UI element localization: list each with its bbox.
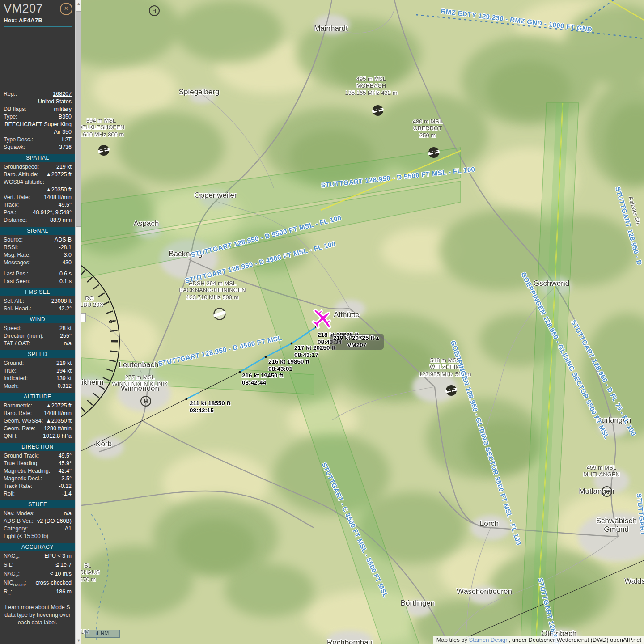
detail-label: Magnetic Heading:: [4, 468, 50, 474]
detail-label: Baro. Rate:: [4, 410, 32, 416]
detail-label: Vert. Rate:: [4, 194, 30, 200]
detail-value: 1012.8 hPa: [17, 433, 72, 439]
sidebar-scrollbar[interactable]: ▲ ▼: [75, 0, 82, 644]
detail-label: Mach:: [4, 383, 19, 389]
section-header: STUFF: [0, 500, 75, 508]
scroll-up-arrow-icon[interactable]: ▲: [76, 0, 82, 7]
detail-label: Nav. Modes:: [4, 510, 34, 517]
detail-row: Speed:28 kt: [0, 325, 75, 333]
navaid-label: 495 m MSLMORBACH135.165 MHz 432 m: [345, 76, 397, 96]
detail-row: Category:A1: [0, 525, 75, 533]
detail-row: Last Pos.:0.6 s: [0, 271, 75, 278]
town-label: Oppenweiler: [194, 191, 237, 199]
detail-row: ADS-B Ver.:v2 (DO-260B): [0, 518, 75, 525]
detail-row: Squawk:3736: [0, 144, 75, 152]
detail-row: Air 350: [0, 129, 75, 136]
detail-row: NICBARO:cross-checked: [0, 580, 75, 589]
detail-value: EPU < 3 m: [20, 553, 72, 559]
detail-row: WGS84 altitude:: [0, 179, 75, 186]
town-label: Aspach: [134, 219, 159, 228]
detail-label: TAT / OAT:: [4, 340, 30, 347]
detail-row: True:194 kt: [0, 368, 75, 375]
detail-row: Light (< 15 500 lb): [0, 533, 75, 541]
detail-value: 49.5°: [39, 453, 72, 459]
detail-value: -1.4: [15, 491, 72, 497]
detail-value: 88.9 nmi: [27, 217, 72, 223]
detail-value: 186 m: [12, 589, 72, 595]
detail-row: Track Rate:-0.12: [0, 483, 75, 491]
navaid-label: RGz LBU 29X: [81, 295, 103, 309]
detail-row: Msg. Rate:3.0: [0, 252, 75, 259]
airspace-label: STUTTGART: [636, 493, 644, 536]
aircraft-info-label[interactable]: 219 kt 20725 ft▲ VM207: [330, 334, 384, 350]
town-label: Korb: [96, 440, 112, 448]
detail-row: SIL:≤ 1e-7: [0, 562, 75, 571]
detail-label: True:: [4, 368, 17, 374]
detail-value: 194 kt: [17, 368, 72, 374]
scroll-down-arrow-icon[interactable]: ▼: [76, 637, 82, 644]
detail-row: DB flags:military: [0, 106, 75, 114]
sidebar-header: VM207 × Hex: AF4A7B: [0, 0, 75, 27]
scale-label: 1 NM: [96, 630, 109, 636]
attribution-link[interactable]: Stamen Design: [469, 636, 509, 643]
detail-row: United States: [0, 98, 75, 106]
town-label: waikheim: [81, 378, 103, 386]
adsb-tracker-app: VM207 × Hex: AF4A7B Reg.:168207United St…: [0, 0, 644, 644]
detail-row: Reg.:168207: [0, 91, 75, 98]
detail-value: 139 kt: [28, 375, 72, 381]
detail-value: -0.12: [32, 483, 72, 489]
map-attribution: Map tiles by Stamen Design, under Deutsc…: [433, 636, 644, 644]
town-label: SchwäbischGmünd: [596, 517, 637, 534]
detail-row: Barometric:▲20725 ft: [0, 402, 75, 410]
detail-value: Air 350: [4, 129, 72, 135]
detail-value: 255°: [44, 333, 72, 339]
detail-label: Roll:: [4, 491, 15, 497]
detail-value: 3736: [25, 144, 72, 150]
detail-label: Distance:: [4, 217, 27, 223]
detail-value: 45.9°: [39, 460, 72, 466]
detail-row: Groundspeed:219 kt: [0, 164, 75, 171]
town-label: Wäschenbeuren: [457, 587, 512, 596]
airspace-label: STUTTGART - C 3500 FT MSL - 5500 FT MSL: [320, 461, 390, 598]
section-header: WIND: [0, 315, 75, 323]
detail-value: ▲20725 ft: [32, 402, 72, 409]
detail-value: 48.912°, 9.548°: [17, 209, 72, 216]
hex-value: AF4A7B: [19, 17, 43, 24]
detail-value: B350: [17, 114, 72, 120]
detail-value: 0.6 s: [29, 271, 72, 277]
map-canvas[interactable]: 6 MainhardtSpiegelbergOppenweilerAspachB…: [81, 0, 644, 644]
detail-value: 28 kt: [21, 325, 72, 331]
town-label: Rechberghau: [327, 638, 373, 644]
svg-text:H: H: [605, 488, 609, 495]
registration-link[interactable]: 168207: [17, 91, 72, 97]
detail-label: SIL:: [4, 562, 13, 568]
detail-row: Mach:0.312: [0, 383, 75, 390]
detail-value: < 10 m/s: [20, 571, 72, 577]
aircraft-photo-area: [0, 27, 75, 91]
detail-label: Indicated:: [4, 375, 28, 381]
detail-label: Light (< 15 500 lb): [4, 533, 48, 539]
detail-label: Sel. Alt.:: [4, 298, 24, 304]
attribution-text: Map tiles by: [436, 636, 469, 643]
detail-row: Last Seen:0.1 s: [0, 278, 75, 286]
detail-label: Last Pos.:: [4, 271, 29, 277]
detail-label: Ground Track:: [4, 453, 39, 459]
detail-label: Speed:: [4, 325, 21, 331]
detail-row: RC:186 m: [0, 589, 75, 597]
detail-row: Direction (from):255°: [0, 333, 75, 340]
detail-label: Direction (from):: [4, 333, 44, 339]
detail-row: TAT / OAT:n/a: [0, 340, 75, 348]
detail-row: Track:49.5°: [0, 202, 75, 209]
town-label: Gschwend: [534, 279, 569, 288]
navaid-label: 394 m MSLOELKLESHOFEN9.610 MHz 800 m: [81, 117, 124, 138]
detail-label: Type:: [4, 114, 17, 120]
detail-value: n/a: [30, 340, 72, 347]
header-divider: [4, 26, 72, 27]
airspace-label: GOEPPINGEN 128.950 - GLIDING SECTOR 5500…: [520, 271, 611, 441]
detail-row: Baro. Altitude:▲20725 ft: [0, 171, 75, 179]
detail-label: NACV:: [4, 571, 20, 578]
detail-value: 49.5°: [19, 202, 72, 208]
airspace-label: RMZ EDTY 129.230 - RMZ GND - 1000 FT GND: [441, 7, 593, 33]
section-header: ACCURACY: [0, 543, 75, 551]
close-icon[interactable]: ×: [60, 3, 72, 15]
